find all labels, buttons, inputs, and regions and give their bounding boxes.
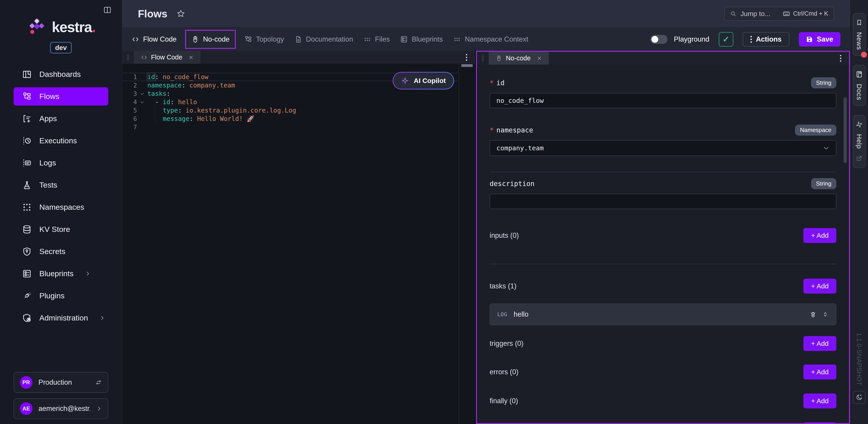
tab-topology[interactable]: Topology	[244, 35, 284, 43]
apps-icon	[22, 114, 32, 123]
ai-copilot-button[interactable]: AI Copilot	[393, 72, 454, 90]
code-line[interactable]: 7	[122, 123, 458, 131]
line-number: 3	[122, 90, 137, 97]
secrets-icon	[22, 247, 32, 256]
task-item[interactable]: LOG hello	[490, 304, 836, 325]
workspace-split: Flow Code 1 id:no_code_flow 2 namespace:…	[122, 51, 850, 424]
sidebar-item-namespaces[interactable]: Namespaces	[13, 198, 108, 216]
user-menu[interactable]: AE aemerich@kestr...	[13, 398, 108, 419]
namespace-select[interactable]: company.team	[490, 140, 836, 156]
drag-handle-icon[interactable]	[477, 52, 489, 65]
tab-documentation[interactable]: Documentation	[294, 35, 353, 43]
playground-toggle[interactable]	[650, 35, 668, 44]
close-icon[interactable]	[537, 56, 542, 61]
sidebar-item-apps[interactable]: Apps	[13, 110, 108, 128]
no-code-pane-tab[interactable]: No-code	[489, 52, 549, 65]
yaml-key: message	[163, 115, 189, 122]
scrollbar-thumb[interactable]	[844, 97, 847, 163]
yaml-key: id	[147, 73, 155, 81]
files-grid-icon	[364, 35, 371, 43]
add-error-button[interactable]: + Add	[803, 365, 836, 380]
pane-menu-kebab-icon[interactable]	[466, 54, 467, 61]
tab-blueprints[interactable]: Blueprints	[400, 35, 443, 43]
flow-code-pane-tab[interactable]: Flow Code	[134, 51, 200, 64]
tab-namespace-context[interactable]: Namespace Context	[453, 35, 528, 43]
jump-to-search[interactable]: Jump to... Ctrl/Cmd + K	[724, 7, 834, 21]
tab-files[interactable]: Files	[364, 35, 390, 43]
workspace-avatar: PR	[20, 376, 33, 389]
type-badge: String	[811, 178, 836, 189]
field-label: description	[490, 180, 535, 188]
sidebar-item-kv-store[interactable]: KV Store	[13, 220, 108, 238]
description-input[interactable]	[490, 194, 836, 209]
sidebar-item-executions[interactable]: Executions	[13, 131, 108, 150]
sidebar-item-administration[interactable]: Administration	[13, 309, 108, 327]
code-line[interactable]: 4 - id:hello	[122, 98, 458, 106]
fold-chevron-icon[interactable]	[140, 100, 145, 104]
add-input-button[interactable]: + Add	[803, 228, 836, 243]
editor-toolbar: Flow Code No-code Topology Documentation…	[122, 28, 850, 51]
workspace-switcher[interactable]: PR Production	[13, 372, 108, 393]
rail-tab-news[interactable]: News	[853, 13, 866, 56]
theme-toggle-button[interactable]	[853, 391, 866, 404]
code-line[interactable]: 5 type:io.kestra.plugin.core.log.Log	[122, 106, 458, 115]
reorder-updown-icon[interactable]	[822, 311, 829, 318]
save-label: Save	[817, 35, 833, 43]
minimap-thumb[interactable]	[461, 64, 473, 67]
rail-tab-help[interactable]: Help	[853, 115, 866, 168]
save-button[interactable]: Save	[799, 32, 840, 47]
close-icon[interactable]	[188, 55, 194, 60]
sidebar-item-logs[interactable]: Logs	[13, 154, 108, 172]
favorite-star-icon[interactable]	[176, 9, 185, 18]
brand-wordmark: kestra.	[52, 19, 95, 35]
code-line[interactable]: 6 message:Hello World! 🚀	[122, 115, 458, 123]
kv-store-icon	[22, 225, 32, 234]
add-finally-button[interactable]: + Add	[803, 393, 836, 408]
sidebar-item-plugins[interactable]: Plugins	[13, 286, 108, 305]
code-editor[interactable]: 1 id:no_code_flow 2 namespace:company.te…	[122, 64, 475, 424]
field-label: namespace	[496, 126, 533, 134]
yaml-value: io.kestra.plugin.core.log.Log	[186, 107, 296, 114]
environment-badge[interactable]: dev	[50, 42, 72, 53]
section-label: errors (0)	[490, 368, 518, 376]
add-task-button[interactable]: + Add	[803, 279, 836, 294]
yaml-key: namespace	[147, 82, 182, 89]
yaml-key: tasks	[147, 90, 166, 97]
yaml-value: Hello World! 🚀	[197, 115, 254, 122]
chevron-right-icon	[96, 406, 102, 412]
version-label: 1.1.0-SNAPSHOT	[855, 333, 863, 386]
playground-label: Playground	[674, 35, 709, 43]
fold-chevron-icon[interactable]	[140, 91, 145, 96]
sidebar-item-tests[interactable]: Tests	[13, 176, 108, 194]
required-asterisk: *	[490, 126, 494, 134]
section-row: finally (0) + Add	[490, 393, 836, 408]
collapse-sidebar-icon[interactable]	[103, 6, 112, 14]
plugins-icon	[22, 291, 32, 301]
yaml-value: company.team	[189, 82, 235, 89]
code-line[interactable]: 3 tasks:	[122, 90, 458, 98]
rail-tab-docs[interactable]: Docs	[853, 65, 866, 106]
search-shortcut: Ctrl/Cmd + K	[783, 10, 828, 18]
section-label: triggers (0)	[490, 339, 524, 347]
section-divider	[490, 172, 836, 172]
tab-no-code[interactable]: No-code	[191, 35, 229, 43]
sidebar-item-flows[interactable]: Flows	[13, 87, 108, 105]
actions-button[interactable]: Actions	[743, 32, 789, 47]
tab-label: Topology	[256, 35, 284, 43]
validation-check-button[interactable]: ✓	[719, 32, 733, 47]
tab-label: Blueprints	[412, 35, 443, 43]
tab-flow-code[interactable]: Flow Code	[131, 35, 177, 43]
add-after-execution-button[interactable]: + Add	[803, 422, 836, 423]
pane-menu-kebab-icon[interactable]	[840, 55, 841, 62]
sidebar-item-dashboards[interactable]: Dashboards	[13, 65, 108, 83]
section-row: tasks (1) + Add	[490, 279, 836, 294]
add-trigger-button[interactable]: + Add	[803, 336, 836, 351]
sidebar-item-label: Secrets	[39, 247, 65, 256]
id-input[interactable]	[490, 93, 836, 108]
sidebar-item-blueprints[interactable]: Blueprints	[13, 265, 108, 283]
drag-handle-icon[interactable]	[122, 51, 134, 64]
sidebar-item-secrets[interactable]: Secrets	[13, 242, 108, 261]
selected-value: company.team	[496, 144, 544, 152]
trash-icon[interactable]	[810, 311, 816, 318]
namespace-context-icon	[453, 35, 461, 43]
